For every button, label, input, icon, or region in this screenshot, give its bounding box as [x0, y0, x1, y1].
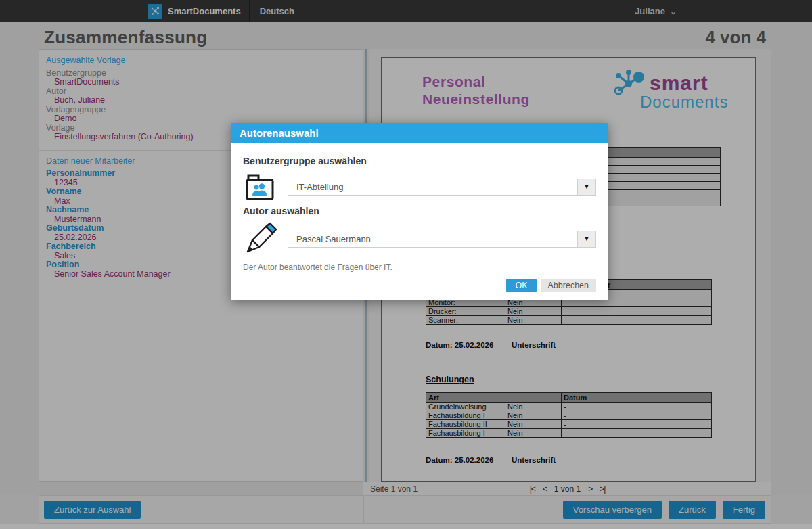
user-group-select-value: IT-Abteilung: [288, 179, 577, 195]
ok-button[interactable]: OK: [506, 279, 536, 292]
user-group-row: IT-Abteilung ▼: [243, 172, 596, 202]
dialog-body: Benutzergruppe auswählen IT-Abteilung ▼ …: [231, 143, 608, 300]
user-group-folder-icon: [243, 172, 278, 202]
dialog-title: Autorenauswahl: [231, 123, 608, 143]
user-group-select[interactable]: IT-Abteilung ▼: [288, 179, 596, 196]
author-pencil-icon: [243, 222, 278, 256]
author-select[interactable]: Pascal Sauermann ▼: [288, 231, 596, 248]
user-group-label: Benutzergruppe auswählen: [243, 156, 596, 166]
author-label: Autor auswählen: [243, 206, 596, 216]
author-selection-dialog: Autorenauswahl Benutzergruppe auswählen …: [231, 123, 608, 300]
dialog-buttons: OK Abbrechen: [243, 279, 596, 292]
dropdown-arrow-icon[interactable]: ▼: [577, 179, 595, 195]
dropdown-arrow-icon[interactable]: ▼: [577, 231, 595, 247]
author-select-value: Pascal Sauermann: [288, 231, 577, 247]
cancel-button[interactable]: Abbrechen: [541, 279, 596, 292]
author-row: Pascal Sauermann ▼: [243, 222, 596, 256]
author-note: Der Autor beantwortet die Fragen über IT…: [243, 262, 596, 272]
